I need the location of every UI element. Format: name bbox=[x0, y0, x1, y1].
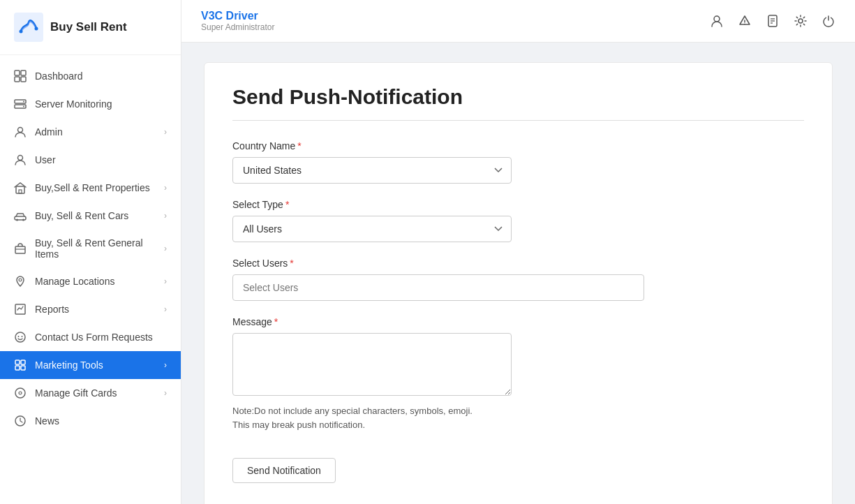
topbar-subtitle: Super Administrator bbox=[201, 22, 274, 32]
sidebar-item-label: Dashboard bbox=[35, 71, 83, 82]
svg-rect-20 bbox=[15, 304, 25, 314]
svg-point-17 bbox=[22, 219, 24, 221]
page-title: Send Push-Notification bbox=[232, 85, 804, 109]
send-notification-button[interactable]: Send Notification bbox=[232, 458, 336, 483]
chevron-icon: › bbox=[164, 127, 167, 137]
chevron-icon: › bbox=[164, 388, 167, 398]
marketing-icon bbox=[14, 359, 27, 371]
svg-point-2 bbox=[35, 27, 38, 31]
select-type-group: Select Type* All Users Buyers Sellers Re… bbox=[232, 199, 804, 242]
required-star: * bbox=[274, 316, 278, 327]
select-type-label: Select Type* bbox=[232, 199, 804, 210]
svg-rect-26 bbox=[15, 366, 20, 370]
svg-point-19 bbox=[19, 279, 22, 281]
user-profile-icon[interactable] bbox=[710, 14, 724, 28]
svg-rect-4 bbox=[21, 71, 26, 75]
svg-rect-24 bbox=[15, 360, 20, 364]
select-users-label: Select Users* bbox=[232, 258, 804, 269]
required-star: * bbox=[290, 258, 293, 269]
sidebar-item-user[interactable]: User bbox=[0, 146, 181, 174]
sidebar-item-label: Server Monitoring bbox=[35, 98, 112, 110]
sidebar-item-marketing-tools[interactable]: Marketing Tools › bbox=[0, 351, 181, 379]
sidebar-item-dashboard[interactable]: Dashboard bbox=[0, 62, 181, 90]
sidebar-item-news[interactable]: News bbox=[0, 407, 181, 435]
svg-point-33 bbox=[744, 24, 745, 25]
sidebar-item-contact-us[interactable]: Contact Us Form Requests bbox=[0, 323, 181, 351]
svg-rect-5 bbox=[15, 77, 20, 82]
svg-rect-27 bbox=[21, 366, 25, 370]
topbar-info: V3C Driver Super Administrator bbox=[201, 10, 274, 32]
required-star: * bbox=[285, 199, 289, 210]
sidebar-item-label: Manage Locations bbox=[35, 276, 114, 287]
sidebar-item-server-monitoring[interactable]: Server Monitoring bbox=[0, 90, 181, 118]
chevron-icon: › bbox=[164, 360, 167, 370]
server-icon bbox=[14, 98, 27, 110]
sidebar: Buy Sell Rent Dashboard Server Monitorin… bbox=[0, 0, 181, 504]
svg-rect-6 bbox=[21, 77, 26, 82]
sidebar-item-label: Marketing Tools bbox=[35, 360, 103, 371]
sidebar-item-buy-sell-rent-properties[interactable]: Buy,Sell & Rent Properties › bbox=[0, 174, 181, 202]
sidebar-item-reports[interactable]: Reports › bbox=[0, 295, 181, 323]
svg-point-29 bbox=[19, 392, 22, 394]
message-textarea[interactable] bbox=[232, 333, 512, 396]
svg-point-21 bbox=[15, 332, 25, 342]
document-icon[interactable] bbox=[766, 14, 780, 28]
page-divider bbox=[232, 120, 804, 121]
required-star: * bbox=[297, 140, 301, 151]
svg-point-16 bbox=[16, 219, 18, 221]
svg-point-1 bbox=[20, 30, 23, 34]
main-area: V3C Driver Super Administrator Send Push… bbox=[181, 0, 855, 504]
country-name-select[interactable]: United States Canada United Kingdom Aust… bbox=[232, 157, 512, 184]
logo-text: Buy Sell Rent bbox=[50, 20, 127, 34]
svg-rect-0 bbox=[14, 13, 43, 42]
svg-point-23 bbox=[22, 336, 23, 337]
sidebar-item-label: Manage Gift Cards bbox=[35, 387, 117, 399]
form-card: Send Push-Notification Country Name* Uni… bbox=[204, 62, 833, 504]
svg-point-22 bbox=[18, 336, 20, 337]
chevron-icon: › bbox=[164, 276, 167, 286]
svg-point-10 bbox=[23, 106, 24, 108]
svg-rect-25 bbox=[21, 360, 25, 364]
dashboard-icon bbox=[14, 70, 27, 82]
message-label: Message* bbox=[232, 316, 804, 327]
sidebar-item-buy-sell-rent-cars[interactable]: Buy, Sell & Rent Cars › bbox=[0, 202, 181, 230]
box-icon bbox=[14, 242, 27, 255]
sidebar-item-manage-gift-cards[interactable]: Manage Gift Cards › bbox=[0, 379, 181, 407]
svg-point-31 bbox=[714, 16, 720, 22]
sidebar-item-label: Buy, Sell & Rent Cars bbox=[35, 210, 128, 221]
page-content: Send Push-Notification Country Name* Uni… bbox=[181, 43, 855, 504]
sidebar-item-admin[interactable]: Admin › bbox=[0, 118, 181, 146]
sidebar-logo[interactable]: Buy Sell Rent bbox=[0, 0, 181, 55]
reports-icon bbox=[14, 303, 27, 316]
user-icon bbox=[14, 154, 27, 166]
admin-icon bbox=[14, 126, 27, 138]
news-icon bbox=[14, 415, 27, 427]
building-icon bbox=[14, 181, 27, 194]
svg-point-38 bbox=[798, 19, 803, 23]
country-name-group: Country Name* United States Canada Unite… bbox=[232, 140, 804, 184]
chevron-icon: › bbox=[164, 304, 167, 314]
gift-icon bbox=[14, 387, 27, 399]
message-group: Message* Note:Do not include any special… bbox=[232, 316, 804, 431]
sidebar-item-label: Buy,Sell & Rent Properties bbox=[35, 182, 150, 193]
power-icon[interactable] bbox=[821, 14, 835, 28]
country-name-label: Country Name* bbox=[232, 140, 804, 151]
sidebar-item-label: Buy, Sell & Rent General Items bbox=[35, 237, 156, 260]
chevron-icon: › bbox=[164, 244, 167, 253]
svg-point-12 bbox=[18, 156, 23, 161]
svg-point-11 bbox=[18, 128, 23, 133]
select-type-select[interactable]: All Users Buyers Sellers Renters bbox=[232, 216, 512, 242]
settings-icon[interactable] bbox=[794, 14, 808, 28]
location-icon bbox=[14, 275, 27, 288]
alert-icon[interactable] bbox=[738, 14, 752, 28]
sidebar-item-manage-locations[interactable]: Manage Locations › bbox=[0, 267, 181, 295]
car-icon bbox=[14, 209, 27, 222]
svg-point-9 bbox=[23, 101, 24, 103]
chevron-icon: › bbox=[164, 183, 167, 193]
sidebar-item-buy-sell-rent-general[interactable]: Buy, Sell & Rent General Items › bbox=[0, 230, 181, 267]
select-users-input[interactable] bbox=[232, 274, 644, 301]
sidebar-item-label: User bbox=[35, 154, 56, 165]
sidebar-item-label: Contact Us Form Requests bbox=[35, 332, 153, 343]
form-note: Note:Do not include any special characte… bbox=[232, 404, 804, 431]
sidebar-item-label: News bbox=[35, 415, 59, 427]
